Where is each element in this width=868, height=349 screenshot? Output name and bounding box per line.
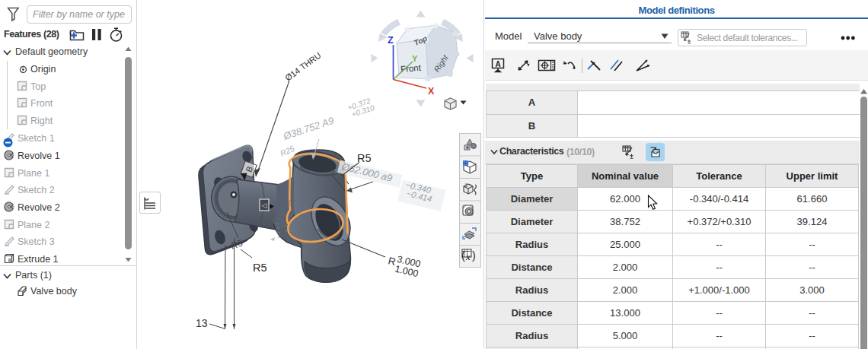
svg-text:R25: R25	[279, 144, 296, 158]
svg-text:(: (	[461, 249, 465, 262]
svg-text:Y: Y	[412, 54, 418, 63]
svg-text:A: A	[495, 60, 500, 68]
svg-text:R5: R5	[253, 262, 267, 274]
svg-text:Z: Z	[388, 35, 394, 46]
svg-text:Ø14 THRU: Ø14 THRU	[283, 51, 323, 83]
svg-text:x: x	[465, 251, 471, 262]
svg-text:13: 13	[196, 317, 208, 329]
svg-text:Front: Front	[400, 63, 423, 74]
svg-text:X: X	[428, 86, 435, 97]
svg-text:): )	[472, 249, 476, 262]
svg-text:Ø38.752 A9: Ø38.752 A9	[281, 115, 335, 142]
svg-text:◁: ◁	[262, 201, 267, 209]
